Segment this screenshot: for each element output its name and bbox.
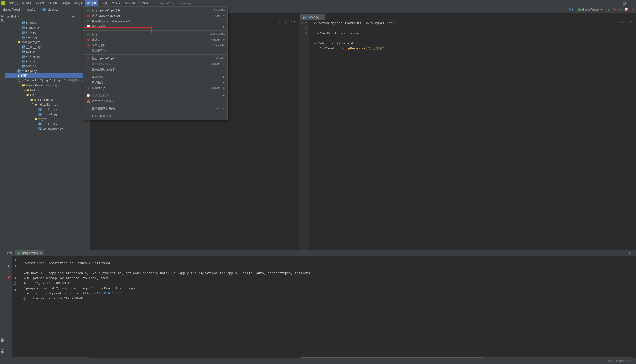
dir-icon: 📁 [26,88,29,92]
menu-item-查看断点(K)…[interactable]: ●查看断点(K)…Ctrl+Shift+F8 [83,85,227,91]
maximize-icon[interactable]: ▢ [623,1,626,5]
run-settings-icon[interactable]: ⚙ — [628,251,634,254]
collapse-icon[interactable]: ≡ [77,15,79,18]
tree-item-djangoProject[interactable]: ˅📁djangoProjectlibrary 根 [5,83,90,88]
tree-item-外部库[interactable]: ˅⫴外部库 [5,73,90,78]
pin-icon[interactable]: 📌 [7,276,11,280]
tree-item-asgiref[interactable]: ˅📁asgiref [5,116,90,121]
menu-代码(C)[interactable]: 代码(C) [59,0,72,6]
tree-item-compatibility.py[interactable]: pycompatibility.py [5,126,90,131]
py-icon: py [38,108,42,111]
menu-item-调试 'djangoProject'(D)[interactable]: 🐞调试 'djangoProject'(D)Shift+F9 [83,13,227,18]
locate-icon[interactable]: ⊕ [72,15,75,18]
profiler-icon[interactable]: 📊 [624,8,628,12]
tree-item-djangoProject[interactable]: ˅📁djangoProject [5,40,90,44]
breadcrumb-3[interactable]: pyviews.py [41,8,62,12]
menu-item-icon: 🕑 [86,94,91,97]
tree-item-tests.py[interactable]: pytests.py [5,30,90,35]
tree-item-__init__.py[interactable]: py__init__.py [5,121,90,126]
print-icon[interactable]: 🖶 [14,282,17,286]
close-icon[interactable]: ✕ [630,1,633,5]
menu-item-icon: ▶ [86,9,91,12]
menu-item-调试…[interactable]: 🐞调试…Alt+Shift+F9 [83,37,227,42]
menu-导航(N)[interactable]: 导航(N) [46,0,59,6]
tree-item-settings.py[interactable]: pysettings.py [5,54,90,59]
run-config-selector[interactable]: ⬤ djangoProject ▾ [575,7,604,12]
tree-item-< Python 3.8 (djangoProject) >[interactable]: ˅🐍< Python 3.8 (djangoProject) >D:\预开题\d… [5,78,90,83]
run-icon[interactable]: ▶ [607,8,610,12]
softwrap-icon[interactable]: ⤶ [14,270,17,274]
menu-窗口(W)[interactable]: 窗口(W) [123,0,137,6]
menu-item-打开分析器快照[interactable]: 打开分析器快照 [83,113,227,119]
menu-运行(U)[interactable]: 运行(U) [85,0,98,6]
breadcrumb-2[interactable]: app01 [26,7,41,12]
down-icon[interactable]: ↓ [15,264,16,268]
minimize-icon[interactable]: — [615,1,619,5]
menu-item-附加到进程…[interactable]: 🐞附加到进程…Ctrl+Alt+F5 [83,42,227,48]
menu-item-从文件导入测试…[interactable]: 📥从文件导入测试… [83,98,227,104]
tree-item-views.py[interactable]: pyviews.py [5,35,90,40]
menu-item-使用覆盖率运行 'djangoProject'(V)[interactable]: 🛡使用覆盖率运行 'djangoProject'(V) [83,18,227,24]
tree-item-__init__.py[interactable]: py__init__.py [5,44,90,49]
tab-close-icon[interactable]: ✕ [40,251,42,254]
favorites-icon[interactable]: ★ [1,348,4,352]
tree-item-__init__.py[interactable]: py__init__.py [5,107,90,112]
console-output[interactable]: System check identified no issues (0 sil… [19,256,636,357]
tree-item-_distutils_hack[interactable]: ˅📁_distutils_hack [5,102,90,107]
menu-item-显示正在运行的列表[interactable]: 显示正在运行的列表 [83,66,227,72]
menu-item-调试操作[interactable]: 调试操作▸ [83,74,227,80]
server-url-link[interactable]: http://127.0.0.1:8000/ [83,292,125,295]
py-icon: py [22,45,25,48]
clear-icon[interactable]: 🗑 [14,288,17,292]
tree-item-apps.py[interactable]: pyapps.py [5,20,90,25]
structure-icon[interactable]: ▤ [1,337,4,340]
editor-tab-views[interactable]: py views.py ✕ [300,14,325,20]
menu-item-性能分析器[interactable]: 📈性能分析器▸ [83,24,227,30]
debug-icon[interactable]: 🐞 [613,8,616,12]
coverage-icon[interactable]: 🛡 [618,8,622,12]
menu-工具(T)[interactable]: 工具(T) [98,0,110,6]
menu-视图(V)[interactable]: 视图(V) [33,0,46,6]
expand-icon[interactable]: ÷ [81,15,83,18]
menu-编辑(E)[interactable]: 编辑(E) [20,0,33,6]
menu-item-切换断点[interactable]: 切换断点▸ [83,80,227,85]
menu-item-运行 'djangoProject'(U)[interactable]: ▶运行 'djangoProject'(U)Shift+F10 [83,8,227,13]
py-icon: py [22,50,25,53]
tree-item-manage.py[interactable]: pymanage.py [5,68,90,73]
tree-item-override.py[interactable]: pyoverride.py [5,112,90,116]
project-view-selector[interactable]: ▾ [18,15,19,18]
layout-icon[interactable]: ≡ [8,270,10,274]
breadcrumb-1[interactable]: djangoProject [2,7,26,12]
hide-icon[interactable]: ▣ [1,14,4,18]
menu-item-运行…[interactable]: ▶运行…Alt+Shift+F10 [83,32,227,37]
rerun-icon[interactable]: ↻ [7,258,10,262]
scroll-icon[interactable]: ⤓ [14,276,17,280]
project-tool-label[interactable]: 项目 [0,22,5,25]
app-icon [1,1,5,5]
stop-run-icon[interactable]: ■ [8,264,10,268]
tree-item-models.py[interactable]: pymodels.py [5,25,90,30]
menu-文件(F)[interactable]: 文件(F) [7,0,20,6]
menu-item-停止 'djangoProject'[interactable]: ■停止 'djangoProject'Ctrl+F2 [83,56,227,61]
editor-inspection-right[interactable]: ⚠1 ⚠3 ˄ [618,21,632,24]
menu-重构(R)[interactable]: 重构(R) [72,0,85,6]
menu-VCS(S)[interactable]: VCS(S) [110,0,123,6]
stop-icon[interactable]: ■ [630,8,634,12]
dir-icon: 📁 [18,40,21,44]
tree-item-Lib[interactable]: ˅📁Lib [5,92,90,97]
tree-item-Include[interactable]: ›📁Include [5,88,90,92]
menu-帮助(H)[interactable]: 帮助(H) [137,0,150,6]
menu-item-icon: ▶ [86,33,91,36]
editor-inspection-left[interactable]: ⚠1 ✔1 ˄˅ [278,21,295,24]
menu-item-显示覆盖率数据(V)…[interactable]: 显示覆盖率数据(V)…Ctrl+Alt+F6 [83,106,227,111]
tree-item-urls.py[interactable]: pyurls.py [5,59,90,64]
tab-close-icon[interactable]: ✕ [320,16,322,19]
up-icon[interactable]: ↑ [15,258,16,262]
tree-item-site-packages[interactable]: ˅📁site-packages [5,97,90,102]
tree-item-asgi.py[interactable]: pyasgi.py [5,49,90,54]
menu-item-编辑配置(R)…[interactable]: 编辑配置(R)… [83,48,227,54]
user-icon[interactable]: 👤▾ [568,8,573,11]
dir-icon: 📁 [22,84,25,87]
run-tab-django[interactable]: ⬤ djangoProject ✕ [15,250,44,256]
tree-item-wsgi.py[interactable]: pywsgi.py [5,64,90,68]
